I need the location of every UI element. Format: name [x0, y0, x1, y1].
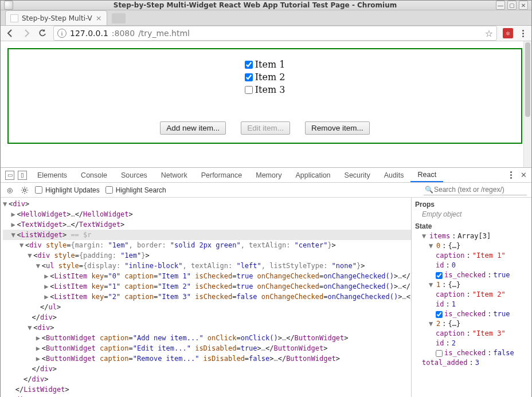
window-titlebar: Step-by-Step Multi-Widget React Web App … — [1, 1, 531, 10]
devtools-tab-performance[interactable]: Performance — [194, 168, 249, 182]
address-bar[interactable]: i 127.0.0.1:8080/try_me.html ☆ — [53, 26, 497, 41]
devtools-close-icon[interactable]: ✕ — [521, 171, 527, 179]
item-label: Item 3 — [255, 84, 285, 96]
react-devtools-toolbar: ◎ Highlight Updates Highlight Search 🔍 — [1, 183, 531, 198]
browser-menu-button[interactable] — [519, 30, 527, 37]
inspect-element-icon[interactable]: ▭ — [5, 171, 14, 180]
component-search[interactable]: 🔍 — [424, 184, 527, 195]
search-icon: 🔍 — [425, 186, 433, 194]
item-list: Item 1 Item 2 Item 3 — [245, 58, 285, 96]
highlight-search-label: Highlight Search — [116, 186, 166, 194]
select-element-icon[interactable]: ◎ — [5, 186, 14, 195]
window-minimize-button[interactable]: ― — [496, 1, 505, 10]
svg-point-0 — [24, 188, 26, 191]
component-search-input[interactable] — [424, 184, 527, 195]
back-button[interactable] — [5, 28, 15, 38]
new-tab-button[interactable] — [112, 13, 126, 23]
devtools-tab-network[interactable]: Network — [154, 168, 194, 182]
item-label: Item 1 — [255, 58, 285, 71]
devtools-tab-application[interactable]: Application — [288, 168, 337, 182]
window-maximize-button[interactable]: ▢ — [507, 1, 517, 10]
site-info-icon[interactable]: i — [57, 29, 66, 38]
url-path: /try_me.html — [138, 29, 190, 38]
browser-tab-title: Step-by-Step Multi-V — [22, 14, 92, 22]
button-row: Add new item... Edit item... Remove item… — [9, 102, 521, 143]
component-sidebar: PropsEmpty objectState▼items: Array[3]▼0… — [411, 198, 531, 397]
page-viewport: Item 1 Item 2 Item 3 Add new item... Edi… — [1, 41, 531, 167]
component-tree[interactable]: ▼<div> ▶<HelloWidget>…</HelloWidget> ▶<T… — [1, 198, 411, 397]
state-is-checked-toggle[interactable] — [436, 350, 443, 357]
devtools-tab-elements[interactable]: Elements — [30, 168, 74, 182]
bookmark-star-icon[interactable]: ☆ — [485, 28, 493, 39]
highlight-search-toggle[interactable]: Highlight Search — [105, 186, 166, 194]
state-is-checked-toggle[interactable] — [436, 272, 443, 279]
browser-tab-strip: Step-by-Step Multi-V × — [1, 10, 531, 26]
highlight-updates-toggle[interactable]: Highlight Updates — [35, 186, 100, 194]
item-checkbox[interactable] — [245, 86, 253, 94]
add-item-button[interactable]: Add new item... — [160, 121, 226, 135]
edit-item-button[interactable]: Edit item... — [241, 121, 290, 135]
devtools-tab-react[interactable]: React — [410, 168, 443, 182]
devtools-tab-security[interactable]: Security — [338, 168, 377, 182]
item-label: Item 2 — [255, 71, 285, 84]
page-scrollbar[interactable] — [523, 41, 531, 167]
window-title: Step-by-Step Multi-Widget React Web App … — [17, 1, 494, 9]
devtools-tab-console[interactable]: Console — [74, 168, 114, 182]
list-item: Item 1 — [245, 58, 285, 71]
browser-tab[interactable]: Step-by-Step Multi-V × — [5, 10, 107, 25]
window-close-button[interactable]: ✕ — [519, 1, 528, 10]
react-devtools-extension-icon[interactable]: ⚛ — [503, 28, 513, 38]
item-checkbox[interactable] — [245, 73, 253, 81]
page-favicon-icon — [10, 14, 18, 22]
remove-item-button[interactable]: Remove item... — [305, 121, 370, 135]
state-is-checked-toggle[interactable] — [436, 311, 443, 318]
chromium-app-icon — [4, 1, 13, 10]
browser-toolbar: i 127.0.0.1:8080/try_me.html ☆ ⚛ — [1, 26, 531, 41]
reload-button[interactable] — [37, 28, 48, 38]
settings-gear-icon[interactable] — [20, 186, 29, 195]
list-widget-frame: Item 1 Item 2 Item 3 Add new item... Edi… — [7, 48, 522, 144]
url-host: 127.0.0.1 — [70, 29, 108, 38]
tab-close-icon[interactable]: × — [96, 14, 102, 22]
devtools-menu-button[interactable] — [507, 171, 515, 179]
device-toolbar-icon[interactable]: ▯ — [18, 171, 27, 180]
item-checkbox[interactable] — [245, 61, 253, 69]
devtools-tab-sources[interactable]: Sources — [114, 168, 154, 182]
devtools-tab-audits[interactable]: Audits — [377, 168, 411, 182]
url-port: :8080 — [112, 29, 135, 38]
devtools-tab-memory[interactable]: Memory — [249, 168, 288, 182]
list-item: Item 3 — [245, 84, 285, 96]
highlight-updates-label: Highlight Updates — [45, 186, 100, 194]
forward-button[interactable] — [21, 28, 32, 38]
devtools-panel: ▭ ▯ Elements Console Sources Network Per… — [1, 167, 531, 397]
list-item: Item 2 — [245, 71, 285, 84]
devtools-tabs: ▭ ▯ Elements Console Sources Network Per… — [1, 168, 531, 183]
